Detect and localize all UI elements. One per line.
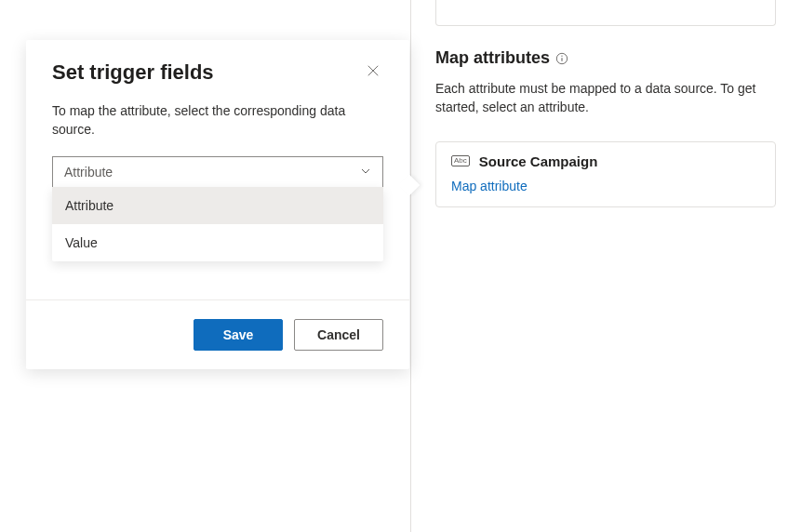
dropdown-option-value[interactable]: Value — [52, 224, 383, 261]
attribute-card[interactable]: Abc Source Campaign Map attribute — [435, 141, 776, 207]
svg-point-2 — [561, 55, 562, 56]
card-fragment — [435, 0, 776, 26]
info-icon[interactable] — [555, 52, 568, 65]
attribute-card-header: Abc Source Campaign — [451, 153, 760, 169]
vertical-divider — [410, 0, 411, 532]
attribute-title: Source Campaign — [479, 153, 598, 169]
map-attributes-panel: Map attributes Each attribute must be ma… — [435, 48, 772, 207]
dropdown-option-attribute[interactable]: Attribute — [52, 187, 383, 224]
set-trigger-fields-modal: Set trigger fields To map the attribute,… — [26, 40, 409, 369]
close-button[interactable] — [363, 60, 383, 84]
modal-title: Set trigger fields — [52, 60, 214, 85]
data-source-dropdown: Attribute Attribute Value — [52, 156, 383, 188]
map-attributes-description: Each attribute must be mapped to a data … — [435, 79, 772, 117]
map-attribute-link[interactable]: Map attribute — [451, 179, 528, 193]
chevron-down-icon — [360, 165, 371, 180]
dropdown-placeholder: Attribute — [64, 165, 113, 180]
close-icon — [367, 64, 380, 80]
heading-text: Map attributes — [435, 48, 550, 68]
cancel-button[interactable]: Cancel — [294, 319, 383, 351]
dropdown-list: Attribute Value — [52, 187, 383, 261]
modal-footer: Save Cancel — [26, 299, 409, 369]
text-type-icon: Abc — [451, 155, 470, 166]
dropdown-toggle[interactable]: Attribute — [52, 156, 383, 188]
map-attributes-heading: Map attributes — [435, 48, 772, 68]
save-button[interactable]: Save — [194, 319, 283, 351]
modal-description: To map the attribute, select the corresp… — [52, 101, 383, 140]
